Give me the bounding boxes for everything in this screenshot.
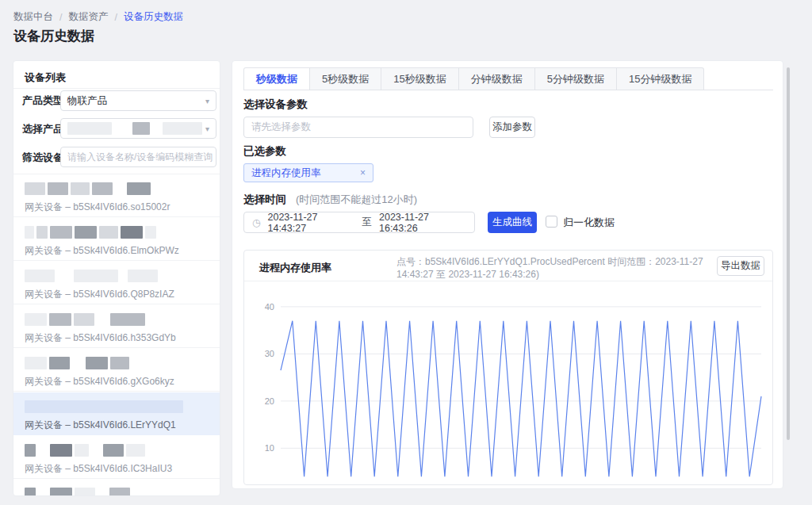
selected-parameter-tag: 进程内存使用率 × [243,163,373,182]
close-icon[interactable]: × [360,167,366,178]
device-list-item[interactable]: 网关设备 – b5Sk4IV6Id6.gXGo6kyz [13,349,220,392]
redacted-block [145,226,156,239]
scrollbar-thumb[interactable] [787,67,790,440]
export-data-button[interactable]: 导出数据 [717,256,764,276]
device-code: 网关设备 – b5Sk4IV6Id6.so15002r [25,201,209,214]
add-parameter-button[interactable]: 添加参数 [489,117,535,138]
redacted-block [92,182,113,195]
redacted-block [103,444,124,457]
redacted-device-name [25,313,209,326]
device-list-item[interactable]: 网关设备 – b5Sk4IV6Id6.Q8P8zIAZ [13,262,220,304]
redacted-block [74,313,94,326]
product-select[interactable]: ▾ [60,118,216,139]
chevron-down-icon: ▾ [205,124,209,133]
divider [13,88,220,89]
redacted-block [121,226,143,239]
chart-subtitle: 点号：b5Sk4IV6Id6.LErYYdQ1.ProcUsedPercent … [396,255,706,281]
redacted-block [99,226,118,239]
redacted-block [163,122,202,135]
redacted-product-name [67,124,205,134]
line-chart: 40302010 [252,297,766,481]
redacted-block [75,444,89,457]
device-search-input[interactable]: 请输入设备名称/设备编码模糊查询 [60,147,216,167]
breadcrumb-separator: / [114,12,117,23]
device-list-item[interactable]: 网关设备 – b5Sk4IV6Id6.ElmOkPWz [13,218,220,261]
generate-curve-button[interactable]: 生成曲线 [488,212,537,233]
redacted-device-name [25,488,209,496]
breadcrumb-item-data-assets[interactable]: 数据资产 [68,10,108,24]
redacted-block [48,182,68,195]
normalize-checkbox-label[interactable]: 归一化数据 [563,216,615,230]
redacted-block [91,444,101,457]
normalize-checkbox[interactable] [546,216,557,228]
redacted-block [109,488,130,496]
redacted-block [97,313,108,326]
redacted-block [72,357,83,369]
y-axis-tick-label: 10 [265,443,274,453]
parameter-placeholder: 请先选择参数 [251,121,311,134]
redacted-block [49,357,70,369]
redacted-block [57,270,71,282]
redacted-block [110,313,145,326]
redacted-device-name [25,182,209,195]
redacted-block [98,488,107,496]
chart-header: 进程内存使用率 点号：b5Sk4IV6Id6.LErYYdQ1.ProcUsed… [244,251,772,281]
redacted-block [75,226,97,239]
device-list-item[interactable] [13,480,220,496]
device-list-item[interactable]: 网关设备 – b5Sk4IV6Id6.h353GdYb [13,305,220,348]
clock-icon: ◷ [252,217,260,228]
redacted-block [127,182,151,195]
redacted-block [115,182,124,195]
tabs-bottom-border [243,90,773,90]
chart-title: 进程内存使用率 [259,261,331,275]
device-list-item-selected[interactable]: 网关设备 – b5Sk4IV6Id6.LErYYdQ1 [13,392,220,435]
tab-second-data[interactable]: 秒级数据 [243,67,310,90]
device-list-title: 设备列表 [25,71,66,85]
redacted-block [86,357,108,369]
device-code: 网关设备 – b5Sk4IV6Id6.h353GdYb [25,331,209,345]
device-history-page: 数据中台 / 数据资产 / 设备历史数据 设备历史数据 设备列表 产品类型 物联… [0,0,812,505]
redacted-block [110,357,129,369]
tab-5-second-data[interactable]: 5秒级数据 [310,67,381,90]
redacted-block [126,444,145,457]
start-datetime: 2023-11-27 14:43:27 [267,212,354,234]
y-axis-tick-label: 40 [265,302,274,312]
breadcrumb: 数据中台 / 数据资产 / 设备历史数据 [13,10,183,24]
device-code: 网关设备 – b5Sk4IV6Id6.LErYYdQ1 [25,419,209,432]
time-range-note: (时间范围不能超过12小时) [296,193,417,205]
redacted-block [25,444,36,457]
data-series-line [281,321,761,476]
redacted-block [67,122,112,135]
redacted-device-name [25,226,209,239]
select-parameter-heading: 选择设备参数 [243,98,308,112]
redacted-device-name [25,400,209,413]
date-range-picker[interactable]: ◷ 2023-11-27 14:43:27 至 2023-11-27 16:43… [243,212,475,233]
main-panel: 秒级数据 5秒级数据 15秒级数据 分钟级数据 5分钟级数据 15分钟级数据 选… [232,60,783,489]
tab-15-minute-data[interactable]: 15分钟级数据 [617,67,704,90]
tab-15-second-data[interactable]: 15秒级数据 [381,67,458,90]
device-list: 网关设备 – b5Sk4IV6Id6.so15002r 网关设备 – b5Sk4… [13,174,220,496]
device-list-item[interactable]: 网关设备 – b5Sk4IV6Id6.so15002r [13,174,220,217]
redacted-block [38,444,48,457]
redacted-block [25,313,47,326]
product-type-select[interactable]: 物联产品 ▾ [60,90,216,111]
tab-minute-data[interactable]: 分钟级数据 [459,67,535,90]
y-axis-tick-label: 30 [265,349,274,358]
parameter-select-input[interactable]: 请先选择参数 [243,117,473,138]
device-list-panel: 设备列表 产品类型 物联产品 ▾ 选择产品 ▾ 筛选设备 请输入设备名称/设备编… [13,60,220,496]
redacted-device-name [25,444,209,457]
redacted-device-name [25,357,209,369]
device-code: 网关设备 – b5Sk4IV6Id6.Q8P8zIAZ [25,288,209,301]
redacted-block [38,488,48,496]
redacted-block [50,488,72,496]
device-list-item[interactable]: 网关设备 – b5Sk4IV6Id6.IC3HaIU3 [13,436,220,479]
redacted-block [49,313,71,326]
breadcrumb-item-current[interactable]: 设备历史数据 [124,10,183,24]
breadcrumb-item-data-center[interactable]: 数据中台 [13,10,53,24]
end-datetime: 2023-11-27 16:43:26 [379,212,466,234]
y-axis-tick-label: 20 [265,396,274,406]
tab-5-minute-data[interactable]: 5分钟级数据 [535,67,617,90]
product-select-label: 选择产品 [22,122,63,136]
parameter-tag-label: 进程内存使用率 [251,166,360,180]
redacted-block [25,270,55,282]
